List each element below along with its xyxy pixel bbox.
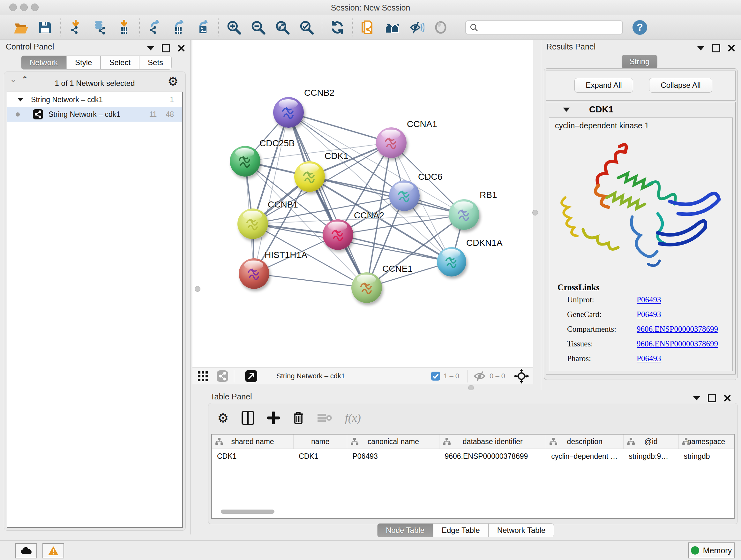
table-panel-float-icon[interactable]	[708, 394, 716, 402]
hide-selected-icon[interactable]	[408, 19, 424, 36]
copy-network-icon[interactable]	[360, 19, 376, 36]
protein-section-disclosure-icon[interactable]	[563, 108, 570, 112]
table-cell[interactable]: cyclin–dependent …	[546, 449, 623, 463]
table-options-gear-icon[interactable]: ⚙	[217, 411, 229, 425]
open-in-window-icon[interactable]	[245, 369, 258, 383]
table-panel-close-icon[interactable]	[724, 395, 731, 401]
export-network-icon[interactable]	[147, 19, 163, 36]
control-panel-float-icon[interactable]	[162, 44, 170, 52]
search-icon	[470, 23, 478, 32]
delete-column-icon[interactable]	[293, 411, 304, 425]
tab-select[interactable]: Select	[100, 56, 139, 70]
show-columns-icon[interactable]	[242, 411, 254, 425]
show-all-icon[interactable]	[433, 19, 449, 36]
node-CCNE1[interactable]	[351, 272, 382, 303]
table-panel-menu-icon[interactable]	[693, 396, 700, 400]
protein-thumbnail-squiggle	[239, 258, 269, 289]
zoom-selected-icon[interactable]	[299, 19, 315, 36]
results-panel-float-icon[interactable]	[712, 44, 720, 52]
hidden-eye-slash-icon[interactable]	[473, 371, 486, 381]
tab-network[interactable]: Network	[21, 56, 66, 70]
node-HIST1H1A[interactable]	[239, 258, 269, 289]
crosslink-value-link[interactable]: P06493	[636, 310, 661, 319]
share-view-icon[interactable]	[216, 370, 229, 382]
tab-edge-table[interactable]: Edge Table	[433, 523, 488, 537]
import-network-database-icon[interactable]	[92, 19, 108, 36]
tab-network-table[interactable]: Network Table	[488, 523, 554, 537]
left-splitter-handle[interactable]	[195, 286, 200, 292]
column-header-description[interactable]: description	[546, 435, 623, 449]
column-header-@id[interactable]: @id	[623, 435, 678, 449]
node-CDC6[interactable]	[389, 180, 420, 211]
import-table-file-icon[interactable]	[116, 19, 132, 36]
node-CCNB2[interactable]	[273, 97, 304, 128]
save-session-icon[interactable]	[37, 19, 53, 36]
node-RB1[interactable]	[449, 199, 479, 230]
export-table-icon[interactable]	[171, 19, 187, 36]
crosslink-value-link[interactable]: 9606.ENSP00000378699	[636, 339, 718, 348]
table-row[interactable]: CDK1CDK1P064939606.ENSP00000378699cyclin…	[212, 449, 734, 463]
tab-sets[interactable]: Sets	[139, 56, 172, 70]
crosslink-value-link[interactable]: P06493	[636, 354, 661, 363]
help-icon[interactable]: ?	[632, 19, 648, 36]
table-cell[interactable]: 9606.ENSP00000378699	[440, 449, 546, 463]
tab-style[interactable]: Style	[66, 56, 100, 70]
zoom-out-icon[interactable]	[250, 19, 266, 36]
toolbar-search-box[interactable]	[465, 20, 623, 35]
birdseye-grid-icon[interactable]	[197, 370, 209, 382]
results-panel-menu-icon[interactable]	[697, 46, 704, 51]
crosslink-value-link[interactable]: 9606.ENSP00000378699	[636, 325, 718, 334]
expand-all-button[interactable]: Expand All	[575, 78, 633, 92]
node-CCNA1[interactable]	[376, 127, 407, 158]
protein-section-header[interactable]: CDK1	[546, 102, 735, 117]
node-CDC25B[interactable]	[230, 146, 260, 177]
table-panel: Table Panel ⚙ f(x)	[203, 390, 738, 539]
crosslink-value-link[interactable]: P06493	[636, 295, 661, 304]
tab-node-table[interactable]: Node Table	[377, 523, 433, 537]
node-CCNA2[interactable]	[323, 219, 353, 250]
delete-table-icon	[317, 413, 332, 423]
node-CDKN1A[interactable]	[437, 247, 466, 276]
table-cell[interactable]: CDK1	[293, 449, 347, 463]
control-panel-close-icon[interactable]	[178, 45, 185, 52]
warning-icon	[48, 546, 59, 556]
table-cell[interactable]: CDK1	[212, 449, 293, 463]
table-cell[interactable]: P06493	[347, 449, 440, 463]
results-panel-close-icon[interactable]	[728, 45, 735, 52]
export-image-icon[interactable]	[195, 19, 211, 36]
tab-string[interactable]: String	[622, 55, 657, 68]
column-header-database-identifier[interactable]: database identifier	[440, 435, 546, 449]
fit-content-crosshair-icon[interactable]	[514, 369, 529, 383]
first-neighbors-icon[interactable]	[384, 19, 400, 36]
node-CCNB1[interactable]	[238, 208, 268, 239]
table-cell[interactable]: stringdb:9…	[623, 449, 678, 463]
column-header-namespace[interactable]: namespace	[679, 435, 734, 449]
network-canvas[interactable]: CCNB2 CCNA1 CDC25B CDK1 CDC6 RB1 CCNB1	[192, 40, 533, 384]
column-header-canonical-name[interactable]: canonical name	[347, 435, 440, 449]
collapse-all-button[interactable]: Collapse All	[649, 78, 712, 92]
selected-checkbox-icon[interactable]	[431, 371, 441, 381]
control-panel-menu-icon[interactable]	[147, 46, 154, 51]
import-network-file-icon[interactable]	[68, 19, 84, 36]
right-splitter-handle[interactable]	[532, 210, 538, 215]
crosslink-label: Compartments:	[567, 325, 636, 334]
horizontal-scrollbar-thumb[interactable]	[221, 509, 274, 514]
node-CDK1[interactable]	[294, 161, 325, 192]
warnings-button[interactable]	[43, 543, 64, 558]
refresh-view-icon[interactable]	[329, 19, 345, 36]
cloud-status-button[interactable]	[15, 543, 37, 558]
add-column-icon[interactable]	[267, 412, 280, 424]
zoom-fit-icon[interactable]	[274, 19, 290, 36]
column-header-shared-name[interactable]: shared name	[212, 435, 293, 449]
open-session-icon[interactable]	[13, 19, 29, 36]
memory-button[interactable]: Memory	[688, 543, 735, 558]
protein-name: CDK1	[589, 105, 613, 115]
network-options-gear-icon[interactable]: ⚙	[167, 74, 179, 88]
column-header-name[interactable]: name	[293, 435, 347, 449]
search-input[interactable]	[478, 23, 613, 32]
network-collection-row[interactable]: String Network – cdk1 1	[7, 92, 182, 107]
zoom-in-icon[interactable]	[226, 19, 242, 36]
table-cell[interactable]: stringdb	[679, 449, 734, 463]
network-row[interactable]: String Network – cdk1 11 48	[7, 107, 182, 122]
collection-disclosure-icon[interactable]	[17, 98, 23, 101]
